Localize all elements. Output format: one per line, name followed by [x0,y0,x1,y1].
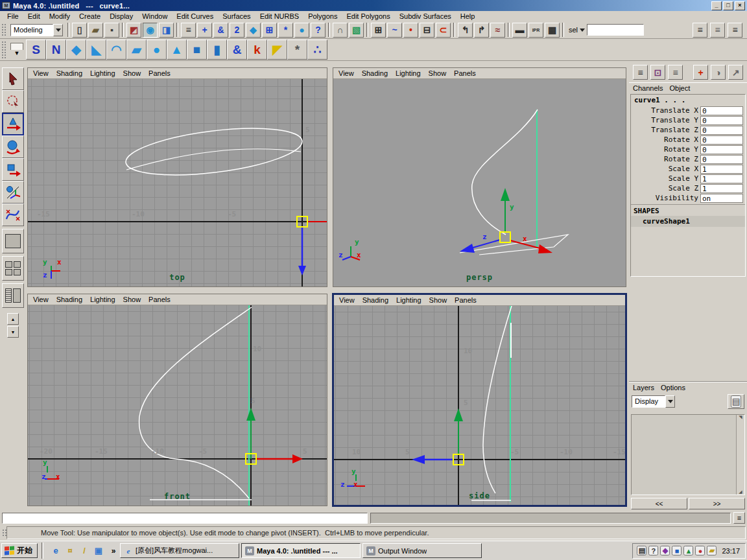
channel-value-field[interactable]: 0 [700,106,743,115]
list-wide-icon[interactable]: ≡ [668,65,683,80]
vpmenu-shading[interactable]: Shading [359,296,392,305]
bars-icon[interactable]: ≡ [181,23,196,38]
vpmenu-show[interactable]: Show [425,69,451,78]
channel-value-field[interactable]: on [700,194,743,203]
vpmenu-lighting[interactable]: Lighting [392,296,425,305]
layer-list[interactable]: ◥◢ [631,414,745,495]
ik-handle-icon[interactable]: k [247,40,267,60]
window-icon[interactable]: ▣ [93,545,104,557]
select-component-icon[interactable]: ◨ [159,23,174,38]
toolbar-separator[interactable] [508,23,510,37]
scale-tool[interactable] [2,158,24,181]
vpmenu-view[interactable]: View [29,69,53,78]
taskbar-window-button[interactable]: e[原创]风车教程mogwai... [120,543,239,558]
channel-object-name[interactable]: curve1 . . . [631,95,745,106]
tray-help-icon[interactable]: ? [648,546,658,555]
toolbar-separator[interactable] [122,23,124,37]
four-pane-layout-button[interactable] [2,256,24,281]
channel-value-field[interactable]: 0 [700,116,743,125]
tray-icon-3[interactable]: ▲ [683,546,693,555]
snap-curve-icon[interactable]: ~ [387,23,402,38]
menu-surfaces[interactable]: Surfaces [218,12,255,21]
arrow-out-icon[interactable]: ↱ [474,23,489,38]
maximize-button[interactable]: □ [723,1,733,10]
viewport-side[interactable]: ViewShadingLightingShowPanels [333,294,626,506]
select-object-icon[interactable]: ◉ [143,23,158,38]
vpmenu-panels[interactable]: Panels [450,69,480,78]
clapper-render-icon[interactable]: ▬ [512,23,527,38]
attr-editor-icon[interactable]: ≡ [693,23,707,38]
single-pane-layout-button[interactable] [2,229,24,253]
channel-value-field[interactable]: 0 [700,145,743,154]
grid-box-icon[interactable]: ⊞ [262,23,277,38]
viewport-persp[interactable]: ViewShadingLightingShowPanels [333,67,626,287]
menu-set-dropdown-icon[interactable] [53,24,63,36]
menu-edit[interactable]: Edit [23,12,45,21]
render-sphere-icon[interactable]: ◑ [711,65,726,80]
split-pane-layout-button[interactable] [2,283,24,308]
layer-list-scrollbar[interactable]: ◥◢ [736,415,744,495]
spotlight-icon[interactable]: ◤ [267,40,287,60]
shape-node-name[interactable]: curveShape1 [631,216,745,227]
vpmenu-lighting[interactable]: Lighting [86,295,119,304]
rotate-tool[interactable] [2,135,24,158]
menu-display[interactable]: Display [105,12,137,21]
show-manipulator-tool[interactable] [2,181,24,204]
clapper-ipr-icon[interactable]: IPR [528,23,543,38]
shelf-tab-selector[interactable]: ▼ [8,40,26,60]
nurbs-cube-icon[interactable]: ■ [187,40,207,60]
vpmenu-show[interactable]: Show [119,69,145,78]
magnet-icon[interactable]: ⊂ [436,23,451,38]
quick-launch-overflow-icon[interactable]: » [109,544,118,557]
tray-icon-4[interactable]: ● [695,546,705,555]
cbmenu-channels[interactable]: Channels [632,84,668,93]
toolbar-grip[interactable] [1,23,6,36]
channel-value-field[interactable]: 1 [700,174,743,183]
move-tool[interactable] [2,113,24,135]
shelf-grip[interactable] [1,41,6,58]
tool-settings-icon[interactable]: ≡ [710,23,725,38]
taskbar-clock[interactable]: 23:17 [719,547,740,555]
layers-next-button[interactable]: >> [689,498,745,509]
key-icon[interactable]: ¤ [64,545,76,557]
sphere-icon[interactable]: ● [294,23,309,38]
lymenu-options[interactable]: Options [659,383,691,392]
vpmenu-panels[interactable]: Panels [451,296,480,305]
plus-icon[interactable]: + [197,23,212,38]
vpmenu-view[interactable]: View [335,69,358,78]
curve-points-icon[interactable]: & [213,23,228,38]
list-boxes-icon[interactable]: ⊡ [650,65,665,80]
cv-curve-icon[interactable]: S [26,40,46,60]
nurbs-cone-icon[interactable]: ▲ [167,40,187,60]
toolbar-separator[interactable] [67,23,69,37]
select-tool[interactable] [2,67,24,90]
shelf-tab-dropdown-icon[interactable]: ▼ [14,51,20,56]
toolbar-separator[interactable] [366,23,368,37]
lock-icon[interactable]: ∩ [333,23,348,38]
vpmenu-show[interactable]: Show [425,296,451,305]
toolbar-separator[interactable] [453,23,455,37]
pencil-icon[interactable]: / [78,545,90,557]
menu-edit-curves[interactable]: Edit Curves [172,12,218,21]
polygon-icon[interactable]: ◆ [246,23,261,38]
channel-value-field[interactable]: 0 [700,126,743,135]
extrude-icon[interactable]: ◠ [106,40,126,60]
vpmenu-panels[interactable]: Panels [145,295,174,304]
tray-icon-5[interactable]: ▰ [707,546,717,555]
toolbar-separator[interactable] [328,23,330,37]
lymenu-layers[interactable]: Layers [632,383,659,392]
nurbs-sphere-icon[interactable]: ● [147,40,167,60]
joint-tool-icon[interactable]: & [227,40,247,60]
vpmenu-lighting[interactable]: Lighting [392,69,425,78]
manip-move-icon[interactable]: + [693,65,708,80]
curve-icon[interactable]: 2 [230,23,244,38]
arrow-in-icon[interactable]: ↰ [458,23,473,38]
select-arrow-icon[interactable]: ↗ [728,65,743,80]
menu-set-selector[interactable]: Modeling [10,24,63,36]
channel-value-field[interactable]: 0 [700,155,743,164]
script-editor-icon[interactable]: ≡ [733,512,745,524]
tray-icon-2[interactable]: ■ [672,546,682,555]
vpmenu-shading[interactable]: Shading [53,69,86,78]
layer-new-icon[interactable]: ▤ [731,395,742,408]
folder-icon[interactable]: ▰ [88,23,103,38]
